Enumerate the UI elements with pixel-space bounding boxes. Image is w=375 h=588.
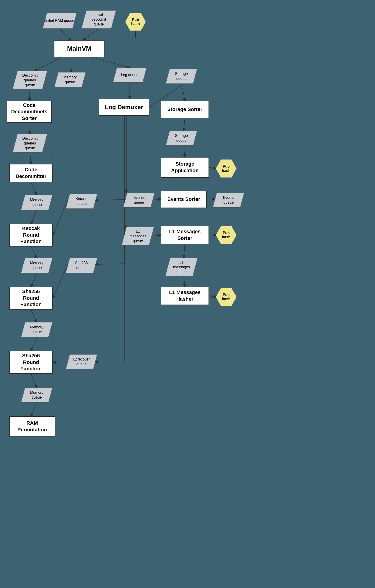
keccak-queue: Keccakqueue (66, 194, 97, 209)
storage-application: StorageApplication (161, 157, 209, 178)
log-queue: Log queue (113, 68, 146, 83)
pub-hash-4: Pubhash (216, 288, 237, 306)
svg-line-7 (34, 65, 46, 71)
svg-line-25 (31, 182, 37, 195)
svg-line-46 (53, 362, 68, 362)
svg-line-10 (29, 89, 30, 101)
svg-line-6 (46, 57, 61, 65)
log-demuxer: Log Demuxer (99, 99, 149, 116)
svg-line-43 (53, 264, 68, 298)
main-vm: MainVM (54, 40, 104, 57)
memory-queue-1: Memoryqueue (54, 72, 86, 87)
memory-queue-5: Memoryqueue (21, 388, 52, 402)
l1-messages-queue-2: L1messagesqueue (165, 258, 198, 276)
svg-line-33 (31, 247, 37, 258)
events-queue-2: Eventsqueue (213, 193, 244, 208)
memory-queue-2: Memoryqueue (21, 195, 52, 210)
code-decommitter: CodeDecommitter (9, 164, 53, 182)
storage-queue-1: Storagequeue (165, 69, 197, 84)
svg-line-49 (31, 374, 37, 388)
svg-line-45 (31, 337, 37, 351)
events-sorter: Events Sorter (161, 191, 207, 208)
sha256-queue: Sha256queue (66, 258, 97, 273)
deccomit-queries-queue-1: Deccomitqueriesqueue (12, 71, 47, 89)
diagram-container: Initial RAM queue Initialdeccomitqueue P… (0, 0, 375, 588)
svg-line-44 (31, 310, 37, 322)
ram-permutation: RAMPermutation (9, 416, 55, 437)
code-decommitmets-sorter: CodeDecommitmetsSorter (7, 101, 52, 123)
l1-messages-queue-1: L1messagesqueue (121, 227, 154, 245)
pub-hash-2: Pubhash (216, 159, 237, 178)
svg-line-24 (209, 168, 216, 168)
keccak-round-function: KeccakRoundFunction (9, 224, 53, 247)
svg-line-12 (30, 153, 31, 164)
sha256-round-function-2: Sha256RoundFunction (9, 351, 53, 374)
svg-line-26 (31, 210, 37, 224)
svg-line-36 (152, 235, 161, 236)
storage-queue-2: Storagequeue (165, 131, 197, 146)
ecrecover-queue: Ecrecoverqueue (66, 354, 97, 369)
svg-line-23 (184, 146, 185, 157)
svg-line-28 (95, 200, 124, 200)
svg-line-34 (31, 273, 37, 287)
svg-line-9 (92, 57, 130, 68)
pub-hash-3: Pubhash (216, 226, 237, 244)
svg-line-38 (184, 244, 185, 258)
svg-line-1 (60, 29, 71, 41)
svg-line-21 (183, 88, 185, 101)
svg-line-40 (209, 296, 216, 297)
sha256-round-function-1: Sha256RoundFunction (9, 287, 53, 310)
svg-line-42 (95, 264, 124, 264)
svg-line-39 (184, 276, 185, 287)
l1-messages-hasher: L1 MessagesHasher (161, 287, 209, 305)
svg-line-29 (53, 200, 68, 235)
memory-queue-4: Memoryqueue (21, 322, 52, 337)
deccomit-queries-queue-2: Deccomitqueriesqueue (12, 134, 47, 153)
l1-messages-sorter: L1 MessagesSorter (161, 226, 209, 244)
svg-line-22 (184, 118, 185, 131)
pub-hash-1: Pubhash (125, 13, 146, 31)
svg-line-50 (31, 402, 37, 416)
storage-sorter: Storage Sorter (161, 101, 209, 118)
memory-queue-3: Memoryqueue (21, 258, 52, 273)
svg-line-31 (153, 199, 161, 200)
initial-deccomit-queue: Initialdeccomitqueue (81, 10, 116, 29)
svg-line-2 (83, 29, 99, 41)
initial-ram-queue: Initial RAM queue (43, 13, 77, 29)
events-queue-1: Eventsqueue (123, 193, 154, 208)
